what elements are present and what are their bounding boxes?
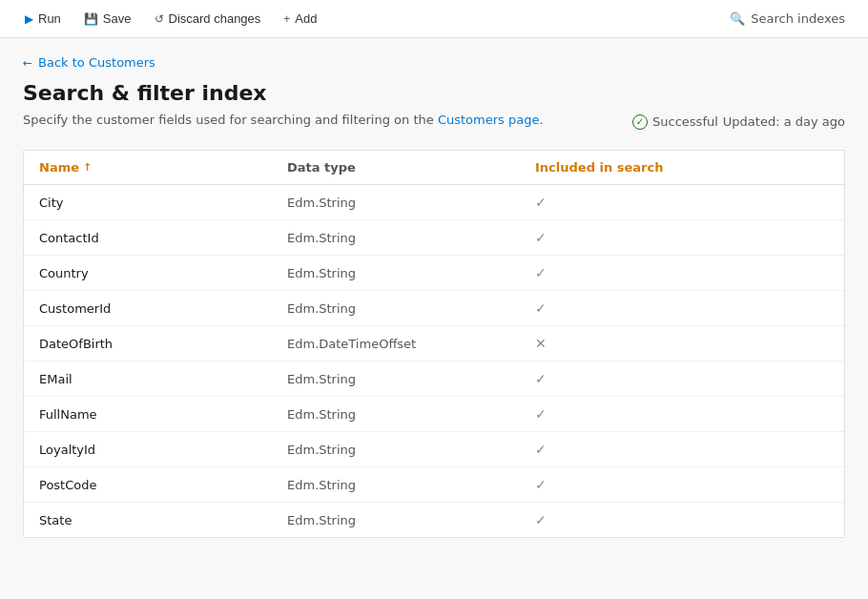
- status-success-icon: ✓: [632, 114, 648, 130]
- cell-name: ContactId: [39, 231, 287, 245]
- cell-name: State: [39, 513, 287, 527]
- toolbar: ▶ Run 💾 Save ↺ Discard changes + Add 🔍 S…: [0, 0, 868, 38]
- cell-name: LoyaltyId: [39, 443, 287, 457]
- discard-icon: ↺: [155, 12, 164, 26]
- search-indexes-label: Search indexes: [751, 11, 845, 26]
- add-button[interactable]: + Add: [274, 8, 326, 30]
- run-icon: ▶: [25, 12, 33, 26]
- col-included-header: Included in search: [535, 160, 829, 175]
- cell-included: ✓: [535, 300, 829, 316]
- status-label: Successful: [652, 114, 718, 129]
- col-name-header: Name ↑: [39, 160, 287, 175]
- search-icon: 🔍: [730, 11, 745, 26]
- table-row[interactable]: FullNameEdm.String✓: [24, 397, 844, 432]
- table-row[interactable]: EMailEdm.String✓: [24, 361, 844, 397]
- col-type-header: Data type: [287, 160, 535, 175]
- cell-name: DateOfBirth: [39, 337, 287, 351]
- save-button[interactable]: 💾 Save: [74, 8, 141, 30]
- cell-included: ✓: [535, 265, 829, 280]
- updated-label: Updated: a day ago: [723, 114, 845, 129]
- cell-type: Edm.String: [287, 266, 535, 280]
- customers-page-link[interactable]: Customers page: [438, 113, 540, 127]
- cell-type: Edm.String: [287, 407, 535, 422]
- add-icon: +: [283, 12, 290, 26]
- cell-included: ✓: [535, 512, 829, 527]
- cell-name: FullName: [39, 407, 287, 422]
- save-icon: 💾: [84, 12, 98, 26]
- page-title: Search & filter index: [23, 81, 845, 105]
- run-button[interactable]: ▶ Run: [15, 8, 71, 30]
- cell-type: Edm.String: [287, 231, 535, 245]
- cell-included: ✓: [535, 477, 829, 492]
- back-to-customers-link[interactable]: ← Back to Customers: [23, 55, 155, 70]
- table-row[interactable]: ContactIdEdm.String✓: [24, 220, 844, 256]
- table-row[interactable]: CityEdm.String✓: [24, 185, 844, 220]
- table-row[interactable]: CustomerIdEdm.String✓: [24, 291, 844, 326]
- table-body: CityEdm.String✓ContactIdEdm.String✓Count…: [24, 185, 844, 537]
- table-row[interactable]: PostCodeEdm.String✓: [24, 467, 844, 503]
- cell-type: Edm.String: [287, 372, 535, 386]
- cell-name: EMail: [39, 372, 287, 386]
- cell-type: Edm.String: [287, 196, 535, 210]
- cell-type: Edm.String: [287, 301, 535, 316]
- discard-label: Discard changes: [169, 11, 261, 26]
- discard-button[interactable]: ↺ Discard changes: [145, 8, 271, 30]
- save-label: Save: [103, 11, 132, 26]
- cell-name: PostCode: [39, 478, 287, 492]
- cell-included: ✓: [535, 406, 829, 422]
- cell-name: City: [39, 196, 287, 210]
- back-nav: ← Back to Customers: [0, 38, 868, 81]
- main-content: Search & filter index Specify the custom…: [0, 81, 868, 561]
- page-subtitle: Specify the customer fields used for sea…: [23, 113, 544, 127]
- cell-type: Edm.String: [287, 478, 535, 492]
- search-indexes-button[interactable]: 🔍 Search indexes: [722, 8, 853, 30]
- cell-type: Edm.String: [287, 443, 535, 457]
- sort-arrow-icon: ↑: [83, 161, 92, 174]
- cell-included: ✓: [535, 230, 829, 245]
- cell-name: CustomerId: [39, 301, 287, 316]
- run-label: Run: [38, 11, 61, 26]
- back-arrow-icon: ←: [23, 56, 32, 70]
- cell-type: Edm.DateTimeOffset: [287, 337, 535, 351]
- cell-included: ✓: [535, 371, 829, 386]
- cell-included: ✓: [535, 442, 829, 457]
- add-label: Add: [295, 11, 317, 26]
- back-nav-label: Back to Customers: [38, 55, 155, 70]
- cell-name: Country: [39, 266, 287, 280]
- cell-included: ✓: [535, 195, 829, 210]
- table-row[interactable]: LoyaltyIdEdm.String✓: [24, 432, 844, 467]
- index-table: Name ↑ Data type Included in search City…: [23, 150, 845, 538]
- subtitle-text: Specify the customer fields used for sea…: [23, 113, 438, 127]
- table-row[interactable]: StateEdm.String✓: [24, 503, 844, 537]
- cell-included: ✕: [535, 336, 829, 351]
- status-bar: ✓ Successful Updated: a day ago: [632, 114, 845, 130]
- table-row[interactable]: DateOfBirthEdm.DateTimeOffset✕: [24, 326, 844, 361]
- table-row[interactable]: CountryEdm.String✓: [24, 256, 844, 291]
- cell-type: Edm.String: [287, 513, 535, 527]
- subtitle-end: .: [539, 113, 543, 127]
- subtitle-status-row: Specify the customer fields used for sea…: [23, 113, 845, 131]
- table-header: Name ↑ Data type Included in search: [24, 151, 844, 185]
